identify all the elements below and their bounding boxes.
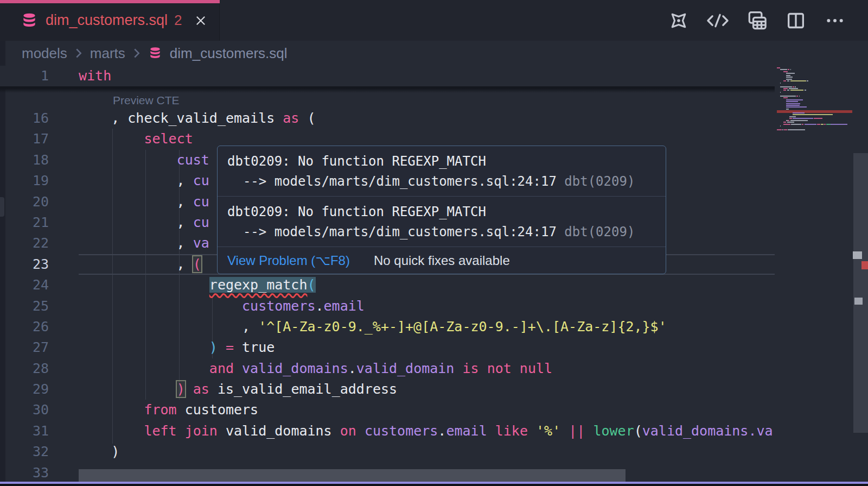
code-text: from customers xyxy=(79,400,258,420)
minimap-line xyxy=(789,88,798,89)
minimap-line xyxy=(826,124,830,125)
editor-window: dim_customers.sql 2 xyxy=(0,0,868,486)
minimap-line xyxy=(784,129,787,130)
line-number[interactable]: 32 xyxy=(0,441,49,462)
code-line[interactable]: 30 from customers xyxy=(0,400,868,420)
minimap-line xyxy=(783,71,788,72)
line-number[interactable]: 24 xyxy=(0,275,49,295)
minimap-line xyxy=(793,112,805,113)
minimap-line xyxy=(786,101,798,102)
minimap-line xyxy=(824,124,826,125)
minimap-line xyxy=(783,97,788,98)
line-number[interactable]: 30 xyxy=(0,400,49,420)
dbt-icon[interactable] xyxy=(666,8,691,33)
left-rail-handle xyxy=(0,197,4,217)
breadcrumb-item-models[interactable]: models xyxy=(22,45,67,62)
line-number[interactable]: 19 xyxy=(0,171,49,191)
minimap-line xyxy=(790,120,808,121)
minimap-line xyxy=(817,124,820,125)
code-icon[interactable] xyxy=(705,8,730,33)
breadcrumb-item-marts[interactable]: marts xyxy=(90,45,125,62)
breadcrumb-item-file[interactable]: dim_customers.sql xyxy=(170,45,288,62)
minimap-line xyxy=(787,80,789,81)
minimap-line xyxy=(805,124,816,125)
minimap-line xyxy=(787,90,789,91)
code-text: , ( xyxy=(79,254,201,275)
code-text: , check_valid_emails as ( xyxy=(79,108,316,129)
database-icon xyxy=(21,12,38,29)
minimap-line xyxy=(777,67,780,68)
minimap-line xyxy=(786,75,790,76)
code-text: left join valid_domains on customers.ema… xyxy=(79,421,773,441)
line-number[interactable]: 23 xyxy=(0,254,49,275)
minimap-line xyxy=(788,120,789,121)
line-number[interactable]: 28 xyxy=(0,358,49,379)
code-line[interactable]: 31 left join valid_domains on customers.… xyxy=(0,421,868,441)
more-actions-icon[interactable] xyxy=(822,8,847,33)
line-number[interactable]: 25 xyxy=(0,296,49,317)
line-number[interactable]: 21 xyxy=(0,212,49,233)
view-problem-link[interactable]: View Problem (⌥F8) xyxy=(227,253,350,268)
line-number[interactable]: 33 xyxy=(0,463,49,483)
minimap-line xyxy=(786,79,792,80)
preview-cte-codelens[interactable]: Preview CTE xyxy=(113,94,180,107)
code-line[interactable]: 28 and valid_domains.valid_domain is not… xyxy=(0,358,868,379)
minimap-line xyxy=(787,122,794,123)
query-results-icon[interactable] xyxy=(744,8,769,33)
split-editor-icon[interactable] xyxy=(783,8,808,33)
chevron-right-icon xyxy=(75,48,82,59)
tab-accent-bar xyxy=(0,0,220,3)
diagnostic-message: dbt0209: No function REGEXP_MATCH --> mo… xyxy=(218,197,666,247)
line-number[interactable]: 26 xyxy=(0,317,49,337)
close-icon[interactable] xyxy=(194,14,207,27)
tab-error-count-badge: 2 xyxy=(174,12,182,29)
overview-ruler-mark xyxy=(853,251,862,259)
code-line[interactable]: 25 customers.email xyxy=(0,296,868,317)
vertical-scrollbar[interactable] xyxy=(853,153,868,433)
minimap-line xyxy=(786,103,800,104)
code-line[interactable]: 26 , '^[A-Za-z0-9._%+-]+@[A-Za-z0-9.-]+\… xyxy=(0,317,868,337)
minimap-line xyxy=(783,80,787,81)
code-line[interactable]: 32 ) xyxy=(0,441,868,462)
code-line[interactable]: 16 , check_valid_emails as ( xyxy=(0,108,868,129)
code-line[interactable]: 24 regexp_match( xyxy=(0,275,868,295)
minimap-line xyxy=(788,129,805,130)
code-text: regexp_match( xyxy=(79,275,316,295)
minimap[interactable] xyxy=(775,64,853,486)
tab-title: dim_customers.sql xyxy=(46,12,168,29)
line-number[interactable]: 20 xyxy=(0,192,49,212)
minimap-line xyxy=(783,124,790,125)
minimap-line xyxy=(799,96,800,97)
tooltip-messages: dbt0209: No function REGEXP_MATCH --> mo… xyxy=(218,146,666,247)
code-text: cust xyxy=(79,150,209,171)
overview-ruler-error-mark xyxy=(861,261,868,269)
code-line[interactable]: 27 ) = true xyxy=(0,337,868,358)
minimap-line xyxy=(782,129,783,130)
minimap-line xyxy=(795,86,795,87)
tab-dim-customers-sql[interactable]: dim_customers.sql 2 xyxy=(0,0,220,41)
code-text: and valid_domains.valid_domain is not nu… xyxy=(79,358,552,379)
code-editor: 16 , check_valid_emails as (17 select18 … xyxy=(0,66,868,486)
line-number[interactable]: 29 xyxy=(0,379,49,400)
minimap-line xyxy=(786,109,788,110)
minimap-line xyxy=(805,90,806,91)
code-text: ) = true xyxy=(79,337,275,358)
sticky-scroll-line[interactable]: 1 with xyxy=(0,66,775,86)
minimap-line xyxy=(786,73,795,74)
minimap-line xyxy=(780,92,781,93)
code-line[interactable]: 29 ) as is_valid_email_address xyxy=(0,379,868,400)
minimap-line xyxy=(821,124,823,125)
minimap-error-line xyxy=(777,110,852,113)
minimap-line xyxy=(831,124,848,125)
line-number[interactable]: 1 xyxy=(0,66,49,86)
line-number[interactable]: 31 xyxy=(0,421,49,441)
line-number[interactable]: 22 xyxy=(0,233,49,254)
sticky-code: with xyxy=(79,66,111,86)
overview-ruler-mark xyxy=(854,298,863,305)
line-number[interactable]: 27 xyxy=(0,337,49,358)
minimap-line xyxy=(796,96,798,97)
code-text: customers.email xyxy=(79,296,365,317)
minimap-line xyxy=(782,86,792,87)
minimap-line xyxy=(814,118,822,119)
line-number[interactable]: 18 xyxy=(0,150,49,171)
